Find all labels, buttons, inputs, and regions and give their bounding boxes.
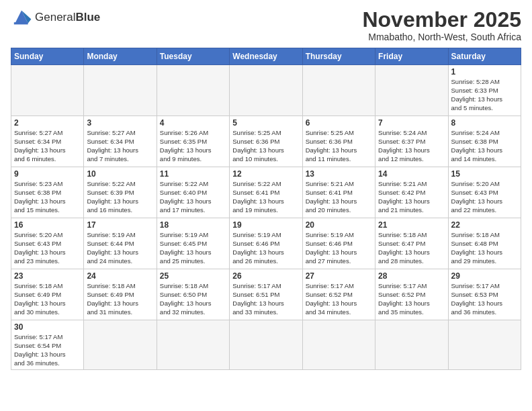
table-row xyxy=(11,65,84,116)
header-thursday: Thursday xyxy=(302,48,375,65)
table-row: 21Sunrise: 5:18 AM Sunset: 6:47 PM Dayli… xyxy=(375,218,448,269)
title-block: November 2025 Mmabatho, North-West, Sout… xyxy=(362,8,521,42)
day-info: Sunrise: 5:21 AM Sunset: 6:42 PM Dayligh… xyxy=(378,180,445,214)
table-row: 27Sunrise: 5:17 AM Sunset: 6:52 PM Dayli… xyxy=(302,269,375,320)
table-row xyxy=(84,65,157,116)
table-row: 18Sunrise: 5:19 AM Sunset: 6:45 PM Dayli… xyxy=(157,218,229,269)
calendar-week-row: 16Sunrise: 5:20 AM Sunset: 6:43 PM Dayli… xyxy=(11,218,521,269)
table-row: 30Sunrise: 5:17 AM Sunset: 6:54 PM Dayli… xyxy=(11,320,84,370)
calendar-week-row: 9Sunrise: 5:23 AM Sunset: 6:38 PM Daylig… xyxy=(11,167,521,218)
day-number: 1 xyxy=(451,67,518,77)
header-friday: Friday xyxy=(375,48,448,65)
day-info: Sunrise: 5:24 AM Sunset: 6:38 PM Dayligh… xyxy=(451,129,518,163)
day-number: 16 xyxy=(14,220,81,230)
day-info: Sunrise: 5:17 AM Sunset: 6:52 PM Dayligh… xyxy=(306,282,372,316)
table-row: 14Sunrise: 5:21 AM Sunset: 6:42 PM Dayli… xyxy=(375,167,448,218)
table-row: 1Sunrise: 5:28 AM Sunset: 6:33 PM Daylig… xyxy=(448,65,521,116)
header-saturday: Saturday xyxy=(448,48,521,65)
logo: GeneralBlue xyxy=(11,8,100,27)
day-number: 4 xyxy=(160,118,226,128)
day-info: Sunrise: 5:27 AM Sunset: 6:34 PM Dayligh… xyxy=(87,129,153,163)
table-row xyxy=(84,320,157,370)
table-row xyxy=(230,65,302,116)
day-number: 19 xyxy=(232,220,299,230)
day-info: Sunrise: 5:24 AM Sunset: 6:37 PM Dayligh… xyxy=(378,129,445,163)
calendar-header-row: Sunday Monday Tuesday Wednesday Thursday… xyxy=(11,48,521,65)
table-row: 7Sunrise: 5:24 AM Sunset: 6:37 PM Daylig… xyxy=(375,116,448,167)
table-row: 3Sunrise: 5:27 AM Sunset: 6:34 PM Daylig… xyxy=(84,116,157,167)
header-tuesday: Tuesday xyxy=(157,48,229,65)
day-number: 20 xyxy=(306,220,372,230)
day-number: 7 xyxy=(378,118,445,128)
header-sunday: Sunday xyxy=(11,48,84,65)
table-row: 5Sunrise: 5:25 AM Sunset: 6:36 PM Daylig… xyxy=(230,116,302,167)
logo-text: GeneralBlue xyxy=(35,11,100,24)
table-row: 6Sunrise: 5:25 AM Sunset: 6:36 PM Daylig… xyxy=(302,116,375,167)
day-number: 15 xyxy=(451,169,518,179)
day-info: Sunrise: 5:27 AM Sunset: 6:34 PM Dayligh… xyxy=(14,129,81,163)
table-row: 4Sunrise: 5:26 AM Sunset: 6:35 PM Daylig… xyxy=(157,116,229,167)
day-info: Sunrise: 5:18 AM Sunset: 6:50 PM Dayligh… xyxy=(160,282,226,316)
table-row: 11Sunrise: 5:22 AM Sunset: 6:40 PM Dayli… xyxy=(157,167,229,218)
table-row xyxy=(448,320,521,370)
table-row: 17Sunrise: 5:19 AM Sunset: 6:44 PM Dayli… xyxy=(84,218,157,269)
header-wednesday: Wednesday xyxy=(230,48,302,65)
table-row: 26Sunrise: 5:17 AM Sunset: 6:51 PM Dayli… xyxy=(230,269,302,320)
table-row xyxy=(302,65,375,116)
day-info: Sunrise: 5:18 AM Sunset: 6:49 PM Dayligh… xyxy=(87,282,153,316)
table-row: 25Sunrise: 5:18 AM Sunset: 6:50 PM Dayli… xyxy=(157,269,229,320)
day-number: 3 xyxy=(87,118,153,128)
day-info: Sunrise: 5:17 AM Sunset: 6:51 PM Dayligh… xyxy=(232,282,299,316)
day-number: 17 xyxy=(87,220,153,230)
calendar-week-row: 2Sunrise: 5:27 AM Sunset: 6:34 PM Daylig… xyxy=(11,116,521,167)
table-row: 28Sunrise: 5:17 AM Sunset: 6:52 PM Dayli… xyxy=(375,269,448,320)
table-row: 24Sunrise: 5:18 AM Sunset: 6:49 PM Dayli… xyxy=(84,269,157,320)
day-number: 10 xyxy=(87,169,153,179)
day-info: Sunrise: 5:23 AM Sunset: 6:38 PM Dayligh… xyxy=(14,180,81,214)
day-info: Sunrise: 5:18 AM Sunset: 6:49 PM Dayligh… xyxy=(14,282,81,316)
day-info: Sunrise: 5:17 AM Sunset: 6:54 PM Dayligh… xyxy=(14,333,81,367)
day-number: 5 xyxy=(232,118,299,128)
table-row: 12Sunrise: 5:22 AM Sunset: 6:41 PM Dayli… xyxy=(230,167,302,218)
header-monday: Monday xyxy=(84,48,157,65)
day-info: Sunrise: 5:25 AM Sunset: 6:36 PM Dayligh… xyxy=(306,129,372,163)
day-info: Sunrise: 5:18 AM Sunset: 6:48 PM Dayligh… xyxy=(451,231,518,265)
day-info: Sunrise: 5:20 AM Sunset: 6:43 PM Dayligh… xyxy=(14,231,81,265)
day-info: Sunrise: 5:17 AM Sunset: 6:53 PM Dayligh… xyxy=(451,282,518,316)
day-number: 8 xyxy=(451,118,518,128)
calendar-week-row: 30Sunrise: 5:17 AM Sunset: 6:54 PM Dayli… xyxy=(11,320,521,370)
table-row xyxy=(302,320,375,370)
calendar-week-row: 23Sunrise: 5:18 AM Sunset: 6:49 PM Dayli… xyxy=(11,269,521,320)
table-row: 13Sunrise: 5:21 AM Sunset: 6:41 PM Dayli… xyxy=(302,167,375,218)
table-row: 23Sunrise: 5:18 AM Sunset: 6:49 PM Dayli… xyxy=(11,269,84,320)
day-number: 22 xyxy=(451,220,518,230)
day-info: Sunrise: 5:19 AM Sunset: 6:46 PM Dayligh… xyxy=(232,231,299,265)
table-row xyxy=(230,320,302,370)
page: GeneralBlue November 2025 Mmabatho, Nort… xyxy=(0,0,532,411)
day-info: Sunrise: 5:26 AM Sunset: 6:35 PM Dayligh… xyxy=(160,129,226,163)
day-info: Sunrise: 5:18 AM Sunset: 6:47 PM Dayligh… xyxy=(378,231,445,265)
day-info: Sunrise: 5:19 AM Sunset: 6:46 PM Dayligh… xyxy=(306,231,372,265)
table-row: 20Sunrise: 5:19 AM Sunset: 6:46 PM Dayli… xyxy=(302,218,375,269)
day-info: Sunrise: 5:22 AM Sunset: 6:39 PM Dayligh… xyxy=(87,180,153,214)
day-info: Sunrise: 5:22 AM Sunset: 6:41 PM Dayligh… xyxy=(232,180,299,214)
calendar-title: November 2025 xyxy=(362,8,521,32)
day-number: 26 xyxy=(232,271,299,281)
day-number: 23 xyxy=(14,271,81,281)
calendar-table: Sunday Monday Tuesday Wednesday Thursday… xyxy=(11,48,521,370)
day-number: 6 xyxy=(306,118,372,128)
table-row: 19Sunrise: 5:19 AM Sunset: 6:46 PM Dayli… xyxy=(230,218,302,269)
day-number: 28 xyxy=(378,271,445,281)
day-info: Sunrise: 5:17 AM Sunset: 6:52 PM Dayligh… xyxy=(378,282,445,316)
day-number: 13 xyxy=(306,169,372,179)
table-row: 8Sunrise: 5:24 AM Sunset: 6:38 PM Daylig… xyxy=(448,116,521,167)
day-number: 11 xyxy=(160,169,226,179)
table-row: 16Sunrise: 5:20 AM Sunset: 6:43 PM Dayli… xyxy=(11,218,84,269)
calendar-week-row: 1Sunrise: 5:28 AM Sunset: 6:33 PM Daylig… xyxy=(11,65,521,116)
day-number: 29 xyxy=(451,271,518,281)
day-info: Sunrise: 5:19 AM Sunset: 6:44 PM Dayligh… xyxy=(87,231,153,265)
table-row: 15Sunrise: 5:20 AM Sunset: 6:43 PM Dayli… xyxy=(448,167,521,218)
header: GeneralBlue November 2025 Mmabatho, Nort… xyxy=(11,8,521,42)
day-number: 14 xyxy=(378,169,445,179)
day-info: Sunrise: 5:20 AM Sunset: 6:43 PM Dayligh… xyxy=(451,180,518,214)
